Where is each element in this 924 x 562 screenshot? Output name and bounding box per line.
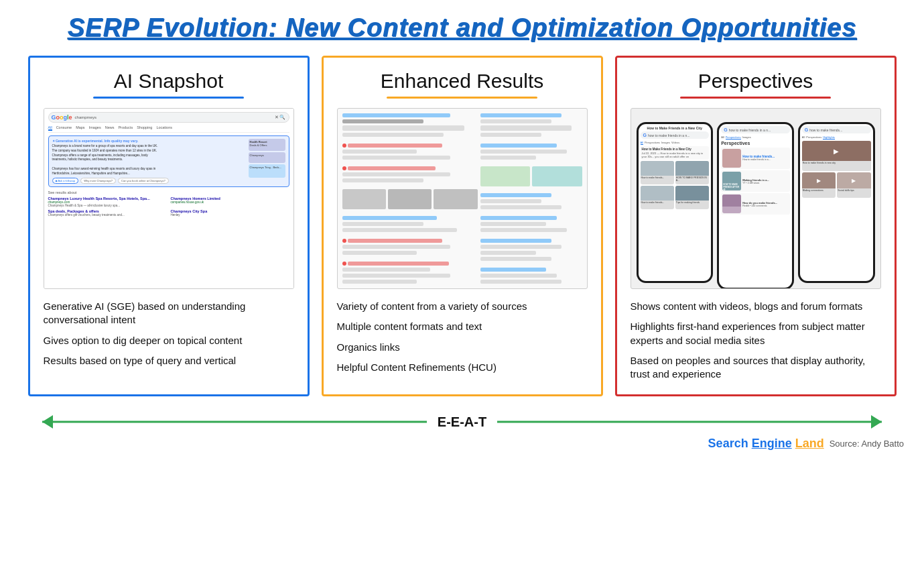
footer-source: Source: Andy Batto (830, 439, 904, 449)
phone-mock-1: How to Make Friends in a New City G how … (637, 122, 714, 283)
card-title-enhanced: Enhanced Results (337, 70, 588, 93)
bullet-persp-3: Based on peoples and sources that displa… (631, 354, 881, 382)
card-bullets-ai-snapshot: Generative AI (SGE) based on understandi… (44, 300, 294, 381)
screenshot-enhanced-results (337, 108, 588, 289)
bottom-section: E-E-A-T Search Engine Land Source: Andy … (20, 408, 904, 451)
card-underline-enhanced (387, 97, 537, 99)
screenshot-ai-snapshot: Google champmeys ✕ 🔍 All ConsumeMapsImag… (44, 108, 294, 289)
card-bullets-enhanced: Variety of content from a variety of sou… (337, 300, 588, 381)
bullet-enhanced-3: Organics links (337, 341, 588, 354)
card-title-perspectives: Perspectives (631, 70, 881, 93)
card-enhanced-results: Enhanced Results (322, 56, 603, 396)
bullet-persp-1: Shows content with videos, blogs and for… (631, 300, 881, 313)
card-underline-perspectives (680, 97, 830, 99)
screenshot-perspectives: How to Make Friends in a New City G how … (631, 108, 881, 289)
bullet-ai-2: Gives option to dig deeper on topical co… (44, 334, 294, 347)
eeat-arrow-right (871, 415, 882, 429)
bullet-persp-2: Highlights first-hand experiences from s… (631, 320, 881, 347)
phone-mock-2: G how to make friends in a n... All Pers… (717, 122, 794, 289)
page-title: SERP Evolution: New Content and Optimiza… (20, 13, 904, 42)
bullet-ai-1: Generative AI (SGE) based on understandi… (44, 300, 294, 327)
bullet-enhanced-1: Variety of content from a variety of sou… (337, 300, 588, 313)
footer-logo-search: Search (708, 437, 748, 450)
cards-container: AI Snapshot Google champmeys ✕ 🔍 All Con… (20, 56, 904, 396)
bullet-ai-3: Results based on type of query and verti… (44, 354, 294, 368)
card-underline-ai-snapshot (93, 97, 243, 99)
card-ai-snapshot: AI Snapshot Google champmeys ✕ 🔍 All Con… (28, 56, 310, 396)
phone-mock-3: G how to make friends... All Perspective… (798, 122, 875, 283)
card-perspectives: Perspectives How to Make Friends in a Ne… (615, 56, 897, 396)
card-bullets-perspectives: Shows content with videos, blogs and for… (631, 300, 881, 381)
footer-logo-land: Land (795, 437, 824, 450)
footer-logo: Search Engine Land (708, 437, 824, 451)
eeat-arrow-container: E-E-A-T (42, 408, 882, 435)
bullet-enhanced-2: Multiple content formats and text (337, 320, 588, 333)
footer-logo-engine: Engine (752, 437, 792, 450)
card-title-ai-snapshot: AI Snapshot (44, 70, 294, 93)
bullet-enhanced-4: Helpful Content Refinements (HCU) (337, 361, 588, 374)
footer-row: Search Engine Land Source: Andy Batto (20, 437, 904, 451)
eeat-label: E-E-A-T (427, 414, 497, 430)
eeat-arrow-left (42, 415, 53, 429)
